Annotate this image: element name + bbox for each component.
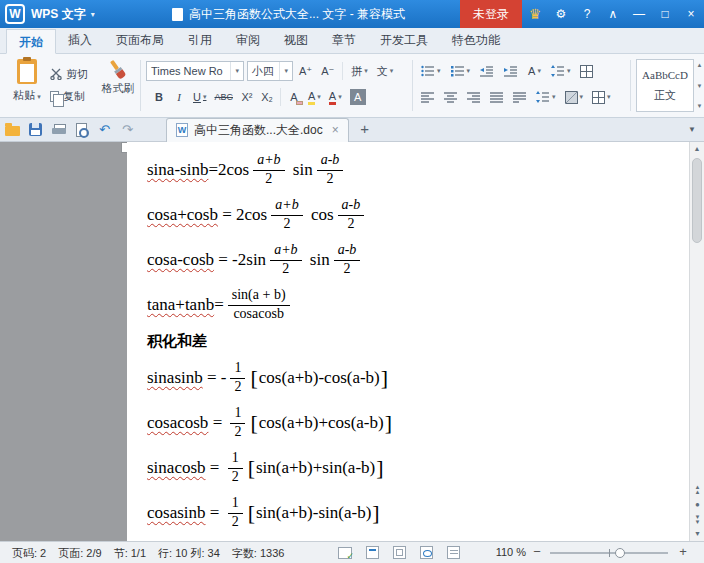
- font-size-value: 小四: [252, 64, 274, 79]
- ribbon-tab-page-layout[interactable]: 页面布局: [104, 28, 176, 53]
- increase-indent-button[interactable]: [501, 61, 521, 81]
- collapse-ribbon-icon[interactable]: ∧: [600, 0, 626, 28]
- next-page-button[interactable]: ▼▼: [690, 512, 704, 527]
- select-browse-object-button[interactable]: ●: [690, 497, 704, 512]
- table-grid-button[interactable]: [577, 61, 596, 81]
- minimize-button[interactable]: —: [626, 0, 652, 28]
- style-gallery-item[interactable]: AaBbCcD 正文: [636, 59, 694, 112]
- web-layout-icon[interactable]: [420, 546, 433, 559]
- save-button[interactable]: [25, 119, 46, 140]
- zoom-out-button[interactable]: −: [530, 544, 544, 559]
- shading-button[interactable]: ▾: [562, 87, 587, 107]
- page[interactable]: sina-sinb=2cosa+b2 sina-b2cosa+cosb = 2c…: [127, 142, 689, 541]
- bold-button[interactable]: B: [150, 87, 168, 107]
- chevron-down-icon[interactable]: ▾: [230, 62, 239, 80]
- spellcheck-icon[interactable]: ✓: [338, 547, 352, 559]
- new-tab-button[interactable]: +: [355, 120, 375, 140]
- outline-view-icon[interactable]: [447, 546, 460, 559]
- gallery-more-icon[interactable]: ▼: [697, 103, 703, 109]
- zoom-slider-knob[interactable]: [615, 548, 625, 558]
- strikethrough-button[interactable]: ABC: [211, 87, 236, 107]
- ribbon-tab-developer[interactable]: 开发工具: [368, 28, 440, 53]
- pinyin-guide-button[interactable]: 拼▾: [348, 61, 371, 81]
- borders-button[interactable]: ▾: [589, 87, 614, 107]
- scroll-up-button[interactable]: ▲: [690, 142, 704, 156]
- page-view-icon[interactable]: [366, 546, 379, 559]
- paste-caret-icon[interactable]: ▾: [37, 93, 41, 100]
- distribute-button[interactable]: [510, 87, 530, 107]
- grow-font-button[interactable]: A⁺: [296, 61, 315, 81]
- gallery-up-icon[interactable]: ▲: [697, 62, 703, 68]
- italic-button[interactable]: I: [170, 87, 188, 107]
- paste-button[interactable]: 粘贴▾: [6, 59, 48, 103]
- document-area[interactable]: sina-sinb=2cosa+b2 sina-b2cosa+cosb = 2c…: [0, 142, 704, 541]
- zoom-in-button[interactable]: +: [676, 544, 690, 559]
- align-right-button[interactable]: [464, 87, 484, 107]
- ribbon-tab-view[interactable]: 视图: [272, 28, 320, 53]
- app-menu-caret-icon[interactable]: ▾: [91, 10, 95, 19]
- formula-text: cos(a+b)+cos(a-b): [259, 413, 384, 433]
- align-left-button[interactable]: [418, 87, 438, 107]
- font-name-select[interactable]: Times New Ro▾: [146, 61, 244, 81]
- fullscreen-view-icon[interactable]: [393, 546, 406, 559]
- subscript-button[interactable]: X₂: [258, 87, 276, 107]
- zoom-slider[interactable]: [550, 552, 668, 554]
- scrollbar-thumb[interactable]: [692, 158, 702, 243]
- previous-page-button[interactable]: ▲▲: [690, 482, 704, 497]
- numbering-button[interactable]: ▾: [448, 61, 474, 81]
- status-word-count[interactable]: 字数: 1336: [232, 546, 285, 561]
- ribbon-tab-home[interactable]: 开始: [6, 29, 56, 54]
- document-tab[interactable]: W 高中三角函数...大全.doc ×: [166, 118, 349, 142]
- gallery-down-icon[interactable]: ▼: [697, 83, 703, 89]
- ribbon-tab-insert[interactable]: 插入: [56, 28, 104, 53]
- copy-button[interactable]: 复制: [50, 85, 88, 107]
- decrease-indent-button[interactable]: [477, 61, 497, 81]
- font-group-row2: B I U▾ ABC X² X₂ A A▾ A▾ A: [150, 87, 369, 107]
- help-icon[interactable]: ?: [574, 0, 600, 28]
- wps-logo-icon[interactable]: W: [5, 4, 25, 24]
- maximize-button[interactable]: □: [652, 0, 678, 28]
- format-painter-button[interactable]: 格式刷: [98, 59, 138, 96]
- ribbon-tab-review[interactable]: 审阅: [224, 28, 272, 53]
- formula-line-6: sinasinb = -12[cos(a+b)-cos(a-b)]: [147, 355, 689, 400]
- open-file-button[interactable]: [2, 119, 23, 140]
- undo-button[interactable]: ↶: [94, 119, 115, 140]
- char-scale-button[interactable]: A▾: [525, 61, 544, 81]
- bullets-button[interactable]: ▾: [418, 61, 444, 81]
- highlight-button[interactable]: A▾: [305, 87, 324, 107]
- vertical-scrollbar[interactable]: ▲ ▲▲ ● ▼▼ ▼: [689, 142, 704, 541]
- cut-button[interactable]: 剪切: [50, 63, 88, 85]
- char-shading-button[interactable]: A: [347, 87, 369, 107]
- print-preview-button[interactable]: [71, 119, 92, 140]
- app-menu[interactable]: W WPS 文字 ▾: [0, 0, 95, 28]
- justify-button[interactable]: [487, 87, 507, 107]
- ribbon-tab-references[interactable]: 引用: [176, 28, 224, 53]
- ribbon: 粘贴▾ 剪切 复制 格式刷 Times New Ro▾ 小四▾: [0, 54, 704, 118]
- formula-text: =: [214, 295, 224, 315]
- scroll-down-button[interactable]: ▼: [690, 527, 704, 541]
- zoom-value[interactable]: 110 %: [496, 546, 526, 558]
- vip-crown-icon[interactable]: ♛: [522, 0, 548, 28]
- tab-list-button[interactable]: ▼: [684, 122, 700, 138]
- paragraph-spacing-button[interactable]: ▾: [548, 61, 574, 81]
- chevron-down-icon[interactable]: ▾: [279, 62, 288, 80]
- shrink-font-button[interactable]: A⁻: [318, 61, 337, 81]
- tab-close-icon[interactable]: ×: [332, 123, 339, 137]
- align-center-button[interactable]: [441, 87, 461, 107]
- underline-button[interactable]: U▾: [190, 87, 209, 107]
- close-button[interactable]: ×: [678, 0, 704, 28]
- clear-format-button[interactable]: A: [285, 87, 303, 107]
- font-size-select[interactable]: 小四▾: [247, 61, 293, 81]
- ribbon-tab-sections[interactable]: 章节: [320, 28, 368, 53]
- login-button[interactable]: 未登录: [460, 0, 522, 28]
- settings-gear-icon[interactable]: ⚙: [548, 0, 574, 28]
- redo-button[interactable]: ↷: [117, 119, 138, 140]
- style-gallery-stepper[interactable]: ▲ ▼ ▼: [696, 59, 703, 112]
- font-color-button[interactable]: A▾: [326, 87, 345, 107]
- ribbon-tab-special-features[interactable]: 特色功能: [440, 28, 512, 53]
- phonetic-tools-button[interactable]: 文▾: [374, 61, 397, 81]
- line-spacing-button[interactable]: ▾: [533, 87, 559, 107]
- print-button[interactable]: [48, 119, 69, 140]
- formula-text: =2cos: [208, 160, 249, 180]
- superscript-button[interactable]: X²: [238, 87, 256, 107]
